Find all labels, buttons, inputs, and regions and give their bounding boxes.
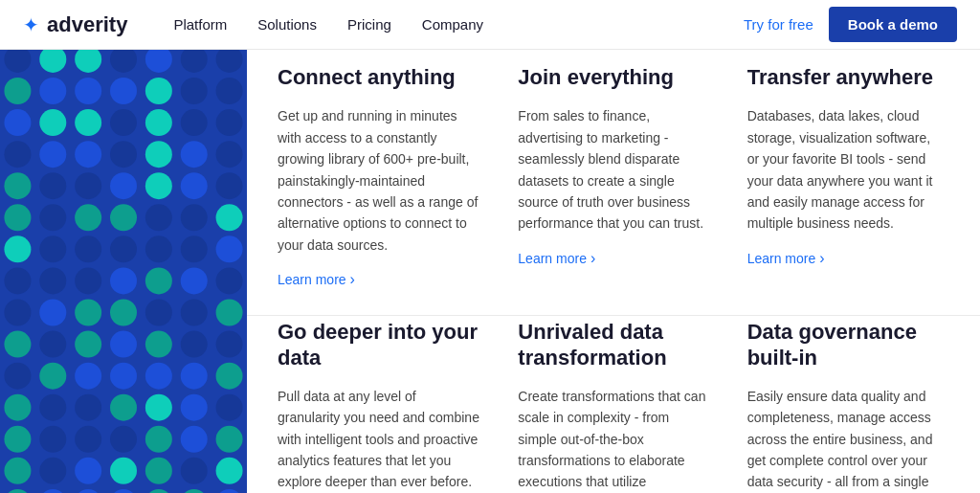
- feature-connect-title: Connect anything: [278, 65, 479, 90]
- nav-solutions[interactable]: Solutions: [257, 16, 317, 33]
- feature-join-desc: From sales to finance, advertising to ma…: [518, 105, 708, 234]
- feature-deeper-desc: Pull data at any level of granularity yo…: [278, 386, 479, 493]
- sidebar-dots: [0, 50, 247, 493]
- feature-transform-title: Unrivaled data transformation: [518, 320, 708, 370]
- feature-governance-title: Data governance built-in: [747, 320, 938, 370]
- feature-deeper: Go deeper into your data Pull data at an…: [270, 320, 499, 493]
- nav-actions: Try for free Book a demo: [744, 7, 957, 42]
- feature-transform-desc: Create transformations that can scale in…: [518, 386, 708, 493]
- feature-join-title: Join everything: [518, 65, 708, 90]
- feature-governance: Data governance built-in Easily ensure d…: [728, 320, 957, 493]
- nav-platform[interactable]: Platform: [173, 16, 227, 33]
- main-content: Connect anything Get up and running in m…: [0, 50, 980, 493]
- feature-transfer-learn-more[interactable]: Learn more: [747, 250, 825, 267]
- feature-transfer-desc: Databases, data lakes, cloud storage, vi…: [747, 105, 938, 234]
- feature-deeper-title: Go deeper into your data: [278, 320, 479, 370]
- features-bottom-row: Go deeper into your data Pull data at an…: [247, 315, 980, 493]
- feature-connect-desc: Get up and running in minutes with acces…: [278, 105, 479, 256]
- feature-transfer-title: Transfer anywhere: [747, 65, 938, 90]
- nav-links: Platform Solutions Pricing Company: [173, 16, 744, 33]
- feature-join: Join everything From sales to finance, a…: [499, 65, 727, 311]
- content-area: Connect anything Get up and running in m…: [247, 50, 980, 493]
- nav-company[interactable]: Company: [422, 16, 483, 33]
- feature-connect: Connect anything Get up and running in m…: [270, 65, 499, 311]
- book-demo-button[interactable]: Book a demo: [829, 7, 957, 42]
- feature-connect-learn-more[interactable]: Learn more: [278, 271, 355, 288]
- logo[interactable]: ✦ adverity: [23, 12, 127, 37]
- dots-pattern: [0, 50, 247, 493]
- try-free-button[interactable]: Try for free: [744, 16, 813, 33]
- navbar: ✦ adverity Platform Solutions Pricing Co…: [0, 0, 980, 50]
- feature-join-learn-more[interactable]: Learn more: [518, 250, 595, 267]
- features-top-row: Connect anything Get up and running in m…: [247, 65, 980, 311]
- feature-transform: Unrivaled data transformation Create tra…: [499, 320, 727, 493]
- logo-icon: ✦: [23, 13, 39, 36]
- feature-transfer: Transfer anywhere Databases, data lakes,…: [728, 65, 957, 311]
- nav-pricing[interactable]: Pricing: [347, 16, 391, 33]
- logo-text: adverity: [47, 12, 127, 37]
- feature-governance-desc: Easily ensure data quality and completen…: [747, 386, 938, 493]
